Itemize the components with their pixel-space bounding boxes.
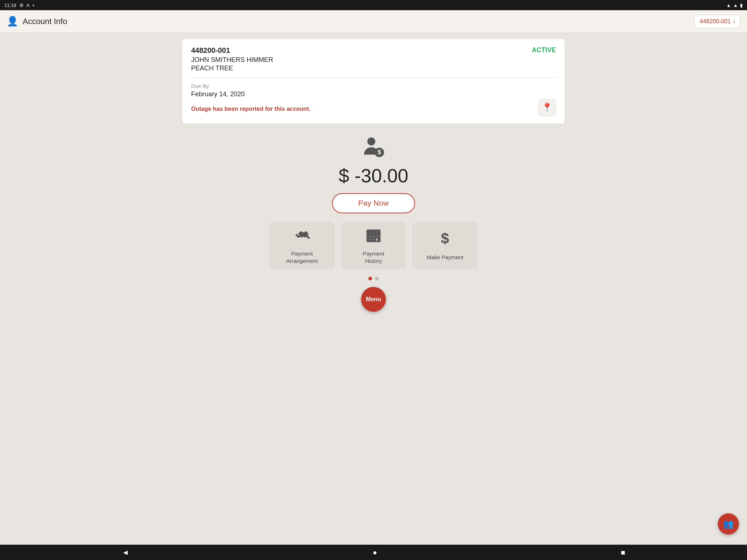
- location-pin-icon: 📍: [542, 102, 553, 113]
- user-info-icon: 👤: [7, 16, 18, 27]
- account-selector[interactable]: 448200-001 ›: [694, 15, 740, 28]
- wifi-icon: ▲: [726, 3, 731, 8]
- app-bar-left: 👤 Account Info: [7, 16, 67, 27]
- page-title: Account Info: [23, 17, 67, 26]
- status-left: 11:18 ⚙ A ▪: [4, 3, 34, 8]
- payment-arrangement-label: PaymentArrangement: [286, 250, 318, 264]
- menu-button[interactable]: Menu: [361, 287, 386, 312]
- contacts-fab[interactable]: 👥: [718, 513, 739, 534]
- balance-section: $ $ -30.00 Pay Now: [332, 135, 415, 213]
- android-nav-bar: ◄ ● ■: [0, 545, 747, 560]
- svg-text:$: $: [376, 238, 378, 241]
- card-divider: [191, 77, 556, 78]
- balance-icon: $: [362, 135, 385, 163]
- status-bar: 11:18 ⚙ A ▪ ▲ ▲ ▮: [0, 0, 747, 10]
- make-payment-label: Make Payment: [427, 254, 463, 261]
- due-label: Due By: [191, 83, 556, 89]
- make-payment-button[interactable]: $ Make Payment: [412, 222, 478, 269]
- page-dots: [368, 277, 379, 280]
- contacts-fab-icon: 👥: [723, 519, 734, 529]
- account-card-header: 448200-001 ACTIVE: [191, 46, 556, 55]
- outage-location-button[interactable]: 📍: [538, 99, 556, 116]
- signal-icon: ▲: [733, 3, 738, 8]
- status-right: ▲ ▲ ▮: [726, 3, 743, 8]
- app-bar: 👤 Account Info 448200-001 ›: [0, 10, 747, 33]
- sim-icon: ▪: [32, 3, 34, 8]
- customer-name: JOHN SMITHERS HIMMER: [191, 56, 556, 64]
- account-card: 448200-001 ACTIVE JOHN SMITHERS HIMMER P…: [182, 39, 565, 124]
- account-location: PEACH TREE: [191, 65, 556, 72]
- back-nav-icon[interactable]: ◄: [122, 548, 129, 557]
- balance-amount: $ -30.00: [339, 165, 409, 187]
- a-icon: A: [27, 3, 30, 8]
- svg-text:$: $: [441, 231, 449, 247]
- svg-point-0: [367, 137, 375, 145]
- payment-arrangement-button[interactable]: PaymentArrangement: [269, 222, 335, 269]
- pay-now-button[interactable]: Pay Now: [332, 193, 415, 213]
- battery-icon: ▮: [740, 3, 743, 8]
- handshake-icon: [294, 227, 310, 246]
- payment-history-button[interactable]: $ PaymentHistory: [341, 222, 406, 269]
- dollar-sign-icon: $: [437, 231, 453, 250]
- action-buttons: PaymentArrangement $: [269, 222, 478, 269]
- payment-history-label: PaymentHistory: [363, 250, 384, 264]
- svg-text:$: $: [378, 149, 381, 155]
- chevron-right-icon: ›: [733, 18, 735, 25]
- status-time: 11:18: [4, 3, 16, 8]
- account-status-badge: ACTIVE: [532, 46, 556, 54]
- account-selector-number: 448200-001: [700, 18, 731, 25]
- main-content: 448200-001 ACTIVE JOHN SMITHERS HIMMER P…: [0, 33, 747, 545]
- home-nav-icon[interactable]: ●: [373, 548, 377, 557]
- settings-icon: ⚙: [19, 3, 24, 8]
- recents-nav-icon[interactable]: ■: [621, 548, 625, 557]
- outage-message: Outage has been reported for this accoun…: [191, 106, 310, 112]
- due-date: February 14, 2020: [191, 90, 556, 98]
- dot-2: [375, 277, 379, 280]
- dot-1: [368, 277, 372, 280]
- calendar-dollar-icon: $: [365, 227, 382, 246]
- account-number: 448200-001: [191, 46, 230, 55]
